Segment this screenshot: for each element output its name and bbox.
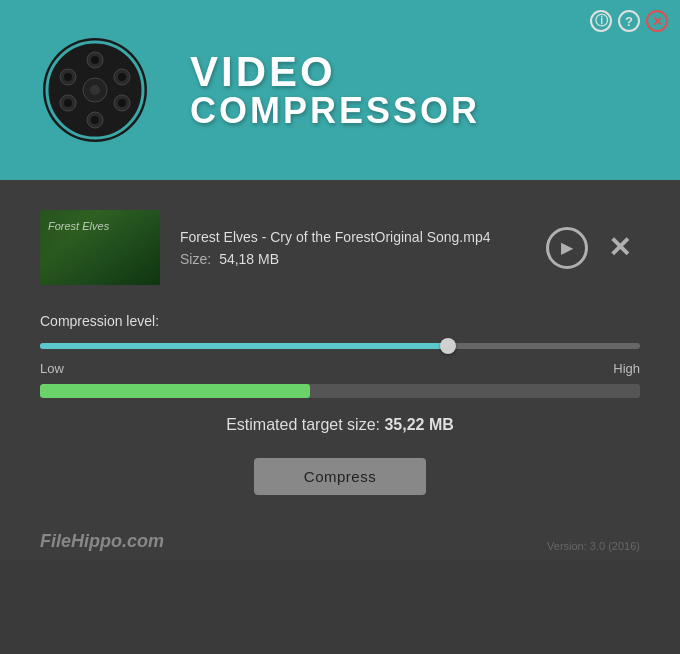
close-button[interactable]: ✕ — [646, 10, 668, 32]
compress-btn-container: Compress — [40, 458, 640, 495]
compression-section: Compression level: Low High — [40, 313, 640, 398]
remove-file-button[interactable]: ✕ — [598, 227, 640, 269]
close-icon: ✕ — [652, 14, 663, 29]
footer: FileHippo.com Version: 3.0 (2016) — [0, 531, 680, 560]
file-actions: ▶ ✕ — [546, 227, 640, 269]
svg-point-12 — [91, 116, 99, 124]
slider-thumb[interactable] — [440, 338, 456, 354]
slider-track — [40, 343, 640, 349]
main-content: Forest Elves Forest Elves - Cry of the F… — [0, 180, 680, 531]
svg-point-16 — [118, 99, 126, 107]
info-button[interactable]: ⓘ — [590, 10, 612, 32]
estimated-label: Estimated target size: — [226, 416, 380, 433]
high-label: High — [613, 361, 640, 376]
svg-point-14 — [118, 73, 126, 81]
file-size-label: Size: — [180, 251, 211, 267]
estimated-value: 35,22 MB — [384, 416, 453, 433]
file-row: Forest Elves Forest Elves - Cry of the F… — [40, 210, 640, 285]
file-name: Forest Elves - Cry of the ForestOriginal… — [180, 229, 526, 245]
svg-point-13 — [64, 73, 72, 81]
compress-button[interactable]: Compress — [254, 458, 426, 495]
app-title: VIDEO COMPRESSOR — [190, 51, 480, 129]
compression-label: Compression level: — [40, 313, 640, 329]
brand-label: FileHippo.com — [40, 531, 164, 552]
app-title-compressor: COMPRESSOR — [190, 93, 480, 129]
svg-point-4 — [90, 85, 100, 95]
window-controls: ⓘ ? ✕ — [590, 10, 668, 32]
film-reel-logo — [30, 25, 160, 155]
file-size-value: 54,18 MB — [219, 251, 279, 267]
compression-slider-container[interactable] — [40, 337, 640, 355]
thumbnail-label: Forest Elves — [48, 220, 109, 232]
file-size-row: Size: 54,18 MB — [180, 251, 526, 267]
estimated-size: Estimated target size: 35,22 MB — [40, 416, 640, 434]
green-progress-bar — [40, 384, 640, 398]
svg-point-11 — [91, 56, 99, 64]
green-bar-fill — [40, 384, 310, 398]
low-label: Low — [40, 361, 64, 376]
play-button[interactable]: ▶ — [546, 227, 588, 269]
app-title-video: VIDEO — [190, 51, 480, 93]
help-icon: ? — [625, 14, 633, 29]
header-section: ⓘ ? ✕ — [0, 0, 680, 180]
version-label: Version: 3.0 (2016) — [547, 540, 640, 552]
info-icon: ⓘ — [595, 12, 608, 30]
slider-labels: Low High — [40, 361, 640, 376]
play-icon: ▶ — [561, 238, 573, 257]
remove-icon: ✕ — [608, 231, 631, 264]
video-thumbnail: Forest Elves — [40, 210, 160, 285]
help-button[interactable]: ? — [618, 10, 640, 32]
svg-point-15 — [64, 99, 72, 107]
file-info: Forest Elves - Cry of the ForestOriginal… — [180, 229, 526, 267]
slider-fill — [40, 343, 448, 349]
